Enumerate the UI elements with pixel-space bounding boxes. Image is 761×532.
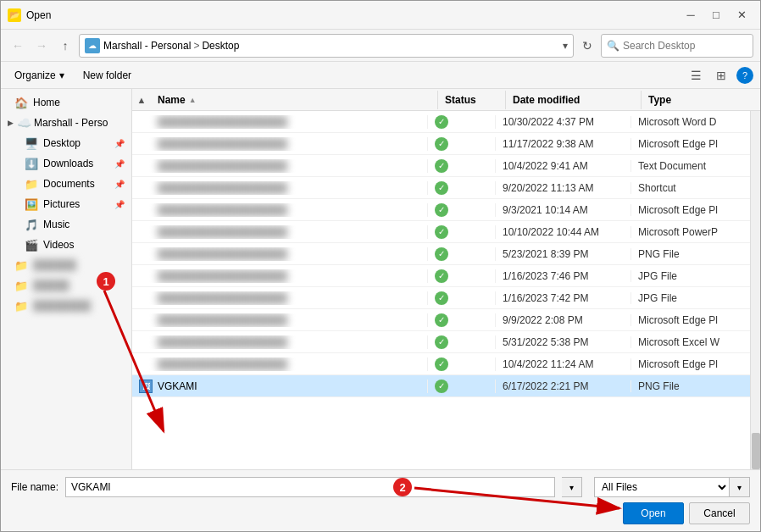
sidebar-label-folder2: █████ xyxy=(33,280,101,291)
sidebar-label-marshall: Marshall - Perso xyxy=(34,117,108,129)
main-area: 🏠 Home ▶ ☁️ Marshall - Perso 🖥️ Desktop … xyxy=(1,89,760,469)
close-button[interactable]: ✕ xyxy=(730,6,753,25)
refresh-button[interactable]: ↻ xyxy=(577,36,597,56)
scroll-thumb[interactable] xyxy=(752,433,760,469)
help-button[interactable]: ? xyxy=(736,67,753,84)
breadcrumb-current: Desktop xyxy=(202,40,239,52)
pin-icon-downloads: 📌 xyxy=(114,159,125,169)
file-status: ✓ xyxy=(428,269,496,283)
toolbar: Organize ▾ New folder ☰ ⊞ ? xyxy=(1,62,760,89)
vertical-scrollbar[interactable] xyxy=(750,111,760,469)
sidebar-item-videos[interactable]: 🎬 Videos xyxy=(1,235,131,255)
documents-icon: 📁 xyxy=(25,177,38,191)
title-bar-buttons: ─ □ ✕ xyxy=(679,6,753,25)
filetype-select[interactable]: All Files PNG Files JPG Files All Suppor… xyxy=(594,477,730,497)
table-row[interactable]: ██████████████████✓5/31/2022 5:38 PMMicr… xyxy=(132,331,750,353)
pin-icon-pictures: 📌 xyxy=(114,200,125,209)
sync-icon: ✓ xyxy=(435,115,448,129)
sidebar-group-marshall[interactable]: ▶ ☁️ Marshall - Perso xyxy=(1,113,131,133)
sidebar-item-documents[interactable]: 📁 Documents 📌 xyxy=(1,174,131,194)
breadcrumb-bar[interactable]: ☁ Marshall - Personal > Desktop ▾ xyxy=(79,34,574,58)
breadcrumb-root: Marshall - Personal xyxy=(103,40,191,52)
search-bar[interactable]: 🔍 xyxy=(601,34,753,58)
table-row[interactable]: ██████████████████✓11/17/2022 9:38 AMMic… xyxy=(132,133,750,155)
table-row[interactable]: ██████████████████✓1/16/2023 7:46 PMJPG … xyxy=(132,265,750,287)
filename-input[interactable] xyxy=(65,477,555,497)
sidebar-label-folder1: ██████ xyxy=(33,259,101,271)
file-name: ██████████████████ xyxy=(158,336,287,348)
table-row[interactable]: ██████████████████✓10/30/2022 4:37 PMMic… xyxy=(132,111,750,133)
sidebar-label-folder3: ████████ xyxy=(33,300,101,312)
file-status: ✓ xyxy=(428,181,496,195)
up-button[interactable]: ↑ xyxy=(55,36,75,56)
title-bar-title: Open xyxy=(26,9,679,21)
sidebar-label-videos: Videos xyxy=(43,239,74,251)
new-folder-button[interactable]: New folder xyxy=(76,67,138,84)
table-row[interactable]: ██████████████████✓10/4/2022 11:24 AMMic… xyxy=(132,353,750,375)
file-type: Microsoft Edge Pl xyxy=(631,358,750,370)
filetype-dropdown-btn[interactable]: ▾ xyxy=(730,477,750,497)
col-date-header[interactable]: Date modified xyxy=(506,91,642,109)
view-tiles-button[interactable]: ⊞ xyxy=(711,65,731,86)
search-icon: 🔍 xyxy=(607,40,619,52)
table-row[interactable]: ██████████████████✓9/9/2022 2:08 PMMicro… xyxy=(132,309,750,331)
col-type-header[interactable]: Type xyxy=(642,91,760,109)
sidebar-label-documents: Documents xyxy=(43,178,95,190)
file-status: ✓ xyxy=(428,203,496,217)
file-date: 11/17/2022 9:38 AM xyxy=(496,138,631,150)
sync-icon: ✓ xyxy=(435,137,448,151)
col-status-header[interactable]: Status xyxy=(438,91,506,109)
cancel-button[interactable]: Cancel xyxy=(689,502,750,524)
file-icon xyxy=(139,291,153,305)
filename-label: File name: xyxy=(11,481,58,493)
col-name-header[interactable]: Name ▲ xyxy=(151,91,438,109)
file-status: ✓ xyxy=(428,291,496,305)
new-folder-label: New folder xyxy=(83,69,131,81)
file-date: 6/17/2022 2:21 PM xyxy=(496,380,631,392)
file-icon xyxy=(139,357,153,371)
sidebar-item-music[interactable]: 🎵 Music xyxy=(1,214,131,235)
search-input[interactable] xyxy=(623,40,747,52)
file-icon xyxy=(139,203,153,217)
sidebar-item-downloads[interactable]: ⬇️ Downloads 📌 xyxy=(1,153,131,174)
file-type: Microsoft PowerP xyxy=(631,226,750,238)
sidebar-label-desktop: Desktop xyxy=(43,137,81,149)
table-row[interactable]: ██████████████████✓9/3/2021 10:14 AMMicr… xyxy=(132,199,750,221)
sidebar-item-folder2[interactable]: 📁 █████ xyxy=(1,275,131,296)
file-type: Microsoft Edge Pl xyxy=(631,204,750,216)
minimize-button[interactable]: ─ xyxy=(679,6,703,25)
sidebar-item-folder1[interactable]: 📁 ██████ xyxy=(1,255,131,275)
view-details-button[interactable]: ☰ xyxy=(686,65,706,86)
folder3-icon: 📁 xyxy=(14,299,28,313)
open-button[interactable]: Open xyxy=(623,502,684,524)
table-row[interactable]: ██████████████████✓10/4/2022 9:41 AMText… xyxy=(132,155,750,177)
file-date: 1/16/2023 7:42 PM xyxy=(496,292,631,304)
pictures-icon: 🖼️ xyxy=(25,197,38,211)
pin-icon-desktop: 📌 xyxy=(114,139,125,148)
back-button[interactable]: ← xyxy=(8,36,28,56)
sidebar-item-pictures[interactable]: 🖼️ Pictures 📌 xyxy=(1,194,131,214)
home-icon: 🏠 xyxy=(14,96,28,109)
table-row[interactable]: 🖼VGKAMI✓6/17/2022 2:21 PMPNG File xyxy=(132,375,750,397)
sidebar-item-home[interactable]: 🏠 Home xyxy=(1,92,131,113)
file-status: ✓ xyxy=(428,137,496,151)
column-header: ▲ Name ▲ Status Date modified Type xyxy=(132,89,760,111)
table-row[interactable]: ██████████████████✓5/23/2021 8:39 PMPNG … xyxy=(132,243,750,265)
sync-icon: ✓ xyxy=(435,269,448,283)
file-list: ██████████████████✓10/30/2022 4:37 PMMic… xyxy=(132,111,750,469)
maximize-button[interactable]: □ xyxy=(704,6,728,25)
table-row[interactable]: ██████████████████✓1/16/2023 7:42 PMJPG … xyxy=(132,287,750,309)
organize-button[interactable]: Organize ▾ xyxy=(8,67,71,84)
file-name: ██████████████████ xyxy=(158,160,287,172)
file-status: ✓ xyxy=(428,159,496,173)
file-status: ✓ xyxy=(428,335,496,349)
col-scroll-up-btn[interactable]: ▲ xyxy=(132,91,151,109)
sidebar-item-folder3[interactable]: 📁 ████████ xyxy=(1,296,131,316)
table-row[interactable]: ██████████████████✓9/20/2022 11:13 AMSho… xyxy=(132,177,750,199)
table-row[interactable]: ██████████████████✓10/10/2022 10:44 AMMi… xyxy=(132,221,750,243)
file-pane: ▲ Name ▲ Status Date modified Type █████… xyxy=(132,89,760,469)
sidebar-item-desktop[interactable]: 🖥️ Desktop 📌 xyxy=(1,133,131,153)
filename-dropdown-btn[interactable]: ▾ xyxy=(562,477,582,497)
forward-button[interactable]: → xyxy=(31,36,52,56)
sync-icon: ✓ xyxy=(435,225,448,239)
